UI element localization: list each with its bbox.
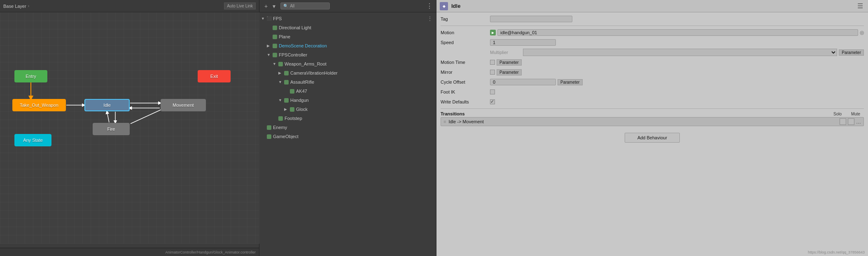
animator-arrows	[0, 12, 259, 244]
hierarchy-item-icon-4	[272, 52, 278, 58]
motion-time-row: Motion Time Parameter	[441, 58, 864, 66]
add-object-button[interactable]: +	[263, 2, 269, 10]
state-idle[interactable]: Idle	[84, 99, 130, 111]
hier-dropdown-icon[interactable]: ▾	[271, 2, 277, 10]
hierarchy-item-icon-13	[266, 134, 272, 139]
hierarchy-item-arrow-3[interactable]: ▶	[267, 42, 271, 49]
cycle-offset-parameter-button[interactable]: Parameter	[558, 79, 583, 85]
hierarchy-item-8[interactable]: AK47	[259, 87, 436, 96]
hierarchy-item-11[interactable]: Footstep	[259, 114, 436, 123]
state-exit[interactable]: Exit	[198, 70, 231, 82]
hierarchy-item-label-8: AK47	[296, 87, 307, 95]
state-fire[interactable]: Fire	[93, 123, 130, 135]
hierarchy-item-icon-10	[289, 106, 295, 112]
hierarchy-item-arrow-10[interactable]: ▶	[284, 106, 288, 113]
hierarchy-item-12[interactable]: Enemy	[259, 123, 436, 132]
hierarchy-item-3[interactable]: ▶DemoScene Decoration	[259, 41, 436, 50]
state-movement[interactable]: Movement	[161, 99, 206, 111]
motion-label: Motion	[441, 30, 490, 35]
hierarchy-item-13[interactable]: GameObject	[259, 132, 436, 141]
hierarchy-item-arrow-9[interactable]: ▼	[278, 96, 282, 104]
inspector-header: ◆ Idle ☰	[436, 0, 868, 12]
state-take-out-weapon[interactable]: Take_Out_Weapon	[12, 99, 66, 111]
hierarchy-item-icon-2	[272, 34, 278, 40]
hierarchy-item-icon-9	[283, 97, 289, 103]
solo-col-label: Solo	[829, 112, 846, 116]
hierarchy-item-10[interactable]: ▶Glock	[259, 105, 436, 114]
multiplier-select[interactable]	[523, 49, 837, 56]
divider-2	[441, 108, 864, 109]
search-placeholder: All	[290, 4, 294, 8]
foot-ik-checkbox[interactable]	[490, 89, 495, 94]
hierarchy-item-arrow-6[interactable]: ▶	[278, 69, 282, 77]
mirror-checkbox[interactable]	[490, 70, 495, 75]
hierarchy-item-icon-6	[283, 70, 289, 76]
speed-label: Speed	[441, 40, 490, 45]
add-behaviour-button[interactable]: Add Behaviour	[625, 133, 680, 143]
motion-row: Motion ▶ idle@handgun_01 ◎	[441, 28, 864, 37]
hierarchy-item-7[interactable]: ▼AssaultRifle	[259, 78, 436, 87]
hierarchy-item-5[interactable]: ▼Weapon_Arms_Root	[259, 59, 436, 68]
motion-time-parameter-button[interactable]: Parameter	[497, 59, 522, 66]
hierarchy-panel: + ▾ 🔍 All ⋮ ▼⬛FPS⋮Directional LightPlane…	[259, 0, 436, 256]
footer-url: https://blog.csdn.net/qq_37856643	[808, 250, 865, 254]
motion-clip-icon: ▶	[490, 30, 496, 35]
cycle-offset-value: 0	[490, 79, 556, 85]
hierarchy-item-icon-8	[289, 88, 295, 94]
transition-row[interactable]: ≡ Idle -> Movement ...	[441, 117, 864, 126]
write-defaults-row: Write Defaults	[441, 98, 864, 106]
hierarchy-item-arrow-5[interactable]: ▼	[273, 60, 277, 68]
animator-panel: Base Layer › Auto Live Link	[0, 0, 259, 256]
speed-value: 1	[490, 39, 556, 46]
hierarchy-item-2[interactable]: Plane	[259, 32, 436, 41]
hierarchy-item-arrow-7[interactable]: ▼	[278, 78, 282, 86]
hierarchy-item-6[interactable]: ▶CameraVibrationHolder	[259, 68, 436, 78]
multiplier-row: Multiplier Parameter	[441, 48, 864, 56]
fps-more-icon[interactable]: ⋮	[427, 15, 433, 22]
hier-toolbar: + ▾	[263, 2, 277, 10]
hierarchy-item-9[interactable]: ▼Handgun	[259, 96, 436, 105]
animator-header: Base Layer › Auto Live Link	[0, 0, 259, 12]
write-defaults-checkbox[interactable]	[490, 99, 495, 104]
auto-live-link-button[interactable]: Auto Live Link	[224, 2, 256, 9]
motion-field-container: ▶ idle@handgun_01 ◎	[490, 29, 864, 36]
animator-canvas[interactable]: Entry Exit Any State Take_Out_Weapon Idl…	[0, 12, 259, 244]
hierarchy-content: ▼⬛FPS⋮Directional LightPlane▶DemoScene D…	[259, 12, 436, 256]
hierarchy-item-arrow-0[interactable]: ▼	[261, 15, 265, 22]
mirror-label: Mirror	[441, 70, 490, 75]
multiplier-parameter-button[interactable]: Parameter	[839, 49, 864, 56]
state-entry[interactable]: Entry	[14, 70, 47, 82]
hierarchy-item-4[interactable]: ▼FPSController	[259, 50, 436, 59]
transition-drag-handle: ≡	[443, 119, 446, 124]
svg-line-8	[107, 112, 109, 122]
hierarchy-item-arrow-4[interactable]: ▼	[267, 51, 271, 59]
cycle-offset-label: Cycle Offset	[441, 80, 490, 85]
hierarchy-item-label-12: Enemy	[273, 124, 287, 131]
transition-more-button[interactable]: ...	[856, 118, 861, 125]
search-icon: 🔍	[283, 4, 288, 8]
transition-mute-checkbox[interactable]	[848, 118, 854, 125]
state-any-state[interactable]: Any State	[14, 134, 51, 146]
motion-target-icon[interactable]: ◎	[860, 30, 864, 35]
tag-field[interactable]	[490, 16, 572, 22]
hierarchy-item-1[interactable]: Directional Light	[259, 23, 436, 32]
motion-value: idle@handgun_01	[497, 29, 858, 36]
hierarchy-more-button[interactable]: ⋮	[426, 2, 433, 10]
motion-time-checkbox[interactable]	[490, 60, 495, 65]
animator-path: AnimatorController/Handgun/Glock_Animato…	[165, 250, 256, 254]
transition-solo-checkbox[interactable]	[840, 118, 846, 125]
transitions-title: Transitions	[441, 111, 829, 116]
hierarchy-item-icon-0: ⬛	[266, 16, 272, 21]
hierarchy-item-0[interactable]: ▼⬛FPS⋮	[259, 14, 436, 23]
tag-label: Tag	[441, 16, 490, 21]
inspector-title: Idle	[451, 3, 852, 9]
mirror-row: Mirror Parameter	[441, 68, 864, 76]
hierarchy-item-label-9: Handgun	[290, 96, 309, 104]
mirror-parameter-button[interactable]: Parameter	[497, 69, 522, 75]
inspector-settings-icon[interactable]: ☰	[856, 1, 865, 11]
hierarchy-header: + ▾ 🔍 All ⋮	[259, 0, 436, 12]
hierarchy-item-icon-11	[278, 115, 283, 121]
svg-line-9	[131, 108, 165, 124]
foot-ik-label: Foot IK	[441, 89, 490, 94]
inspector-state-icon: ◆	[440, 2, 448, 10]
